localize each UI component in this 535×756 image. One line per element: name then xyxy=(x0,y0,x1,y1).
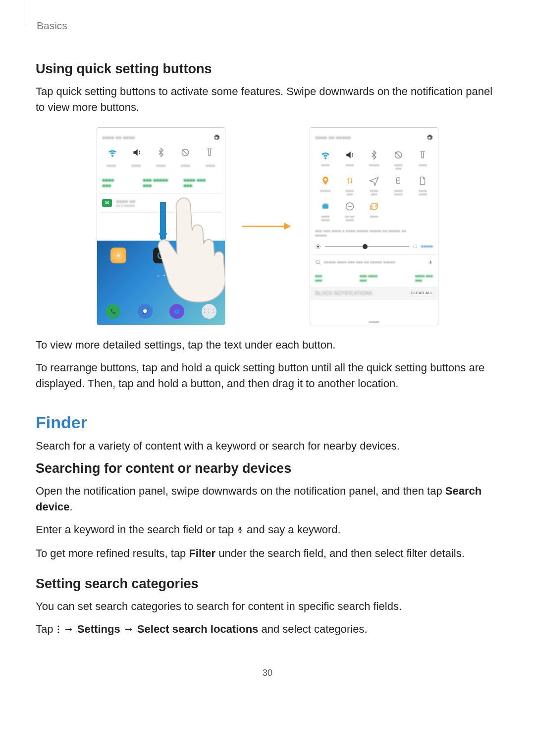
hotspot-icon xyxy=(411,175,435,186)
para-quick-intro: Tap quick setting buttons to activate so… xyxy=(36,84,499,115)
margin-rule xyxy=(24,0,24,27)
heading-categories: Setting search categories xyxy=(36,576,499,592)
clear-all-label: CLEAR ALL xyxy=(411,291,433,296)
mic-icon xyxy=(428,259,433,266)
bold-filter: Filter xyxy=(189,547,215,559)
svg-point-5 xyxy=(317,246,319,248)
heading-quick-settings: Using quick setting buttons xyxy=(36,61,499,77)
browser-app-icon: 🌐 xyxy=(169,304,184,319)
torch-icon xyxy=(205,148,214,157)
swipe-down-arrow-icon xyxy=(157,202,169,248)
para-finder-intro: Search for a variety of content with a k… xyxy=(36,438,499,454)
block-notifications-label: BLOCK NOTIFICATIONS xyxy=(315,291,372,296)
phone-app-icon: 📞 xyxy=(106,304,120,319)
location-icon xyxy=(313,175,337,186)
para-search-open: Open the notification panel, swipe downw… xyxy=(36,483,499,515)
para-detailed: To view more detailed settings, tap the … xyxy=(36,337,499,353)
gallery-app-icon: ★ xyxy=(110,248,126,263)
para-categories-intro: You can set search categories to search … xyxy=(36,599,499,614)
secure-folder-icon xyxy=(313,201,337,212)
svg-point-9 xyxy=(57,625,59,627)
text-fragment: To get more refined results, tap xyxy=(36,547,189,559)
text-fragment: and say a keyword. xyxy=(244,523,341,536)
svg-rect-3 xyxy=(322,204,328,208)
heading-searching: Searching for content or nearby devices xyxy=(36,461,499,476)
text-fragment: under the search field, and then select … xyxy=(215,547,465,559)
mic-icon xyxy=(237,523,244,539)
rotate-icon xyxy=(386,150,411,160)
text-fragment: Enter a keyword in the search field or t… xyxy=(36,523,237,536)
gear-icon xyxy=(426,134,433,141)
para-categories-path: Tap → Settings → Select search locations… xyxy=(36,621,499,638)
home-wallpaper: ★ ▶ ⌂ • 📞 💬 🌐 ⋮⋮⋮ xyxy=(97,241,225,325)
bold-select-locations: Select search locations xyxy=(137,623,259,635)
torch-icon xyxy=(411,150,435,160)
svg-rect-7 xyxy=(430,260,431,263)
svg-point-6 xyxy=(316,260,320,263)
para-search-keyword: Enter a keyword in the search field or t… xyxy=(36,522,499,539)
rotate-icon xyxy=(180,148,190,157)
dnd-icon xyxy=(337,201,362,212)
mobile-data-icon xyxy=(337,175,362,186)
text-fragment: Tap xyxy=(36,623,56,635)
para-search-filter: To get more refined results, tap Filter … xyxy=(36,546,499,561)
text-fragment: Open the notification panel, swipe downw… xyxy=(36,485,445,497)
gear-icon xyxy=(213,134,220,141)
arrow-separator: → xyxy=(120,623,137,635)
bluetooth-icon xyxy=(362,150,386,160)
bluetooth-icon xyxy=(156,148,166,157)
transition-arrow-icon xyxy=(240,221,295,232)
sound-icon xyxy=(337,150,362,160)
wifi-icon xyxy=(107,148,117,157)
brightness-slider: ☐■■■■■ xyxy=(310,242,438,254)
phone-before: ■■■■ ■■ ■■■■ ■■■■■■■■■■■■■■■■■■■■ ■■■■ ■… xyxy=(97,127,225,325)
arrow-separator: → xyxy=(60,623,77,635)
svg-rect-8 xyxy=(239,527,241,530)
airplane-icon xyxy=(362,175,386,186)
camera-app-icon xyxy=(153,248,169,263)
wifi-icon xyxy=(313,150,337,160)
panel-handle-icon xyxy=(369,321,379,323)
bold-settings: Settings xyxy=(77,623,120,635)
text-fragment: . xyxy=(70,501,73,513)
page-number: 30 xyxy=(36,668,499,678)
apps-drawer-icon: ⋮⋮⋮ xyxy=(202,304,216,319)
phone-after: ■■■■ ■■ ■■■■■ ■■■■■■■■■■■■■■■■■■■■■■■■ ■… xyxy=(310,127,438,325)
brightness-icon xyxy=(315,244,321,250)
messages-app-icon: 💬 xyxy=(138,304,153,319)
running-head: Basics xyxy=(37,20,499,32)
text-fragment: and select categories. xyxy=(258,623,367,635)
heading-finder: Finder xyxy=(36,413,499,432)
more-options-icon xyxy=(56,622,60,638)
figure-quick-settings: ■■■■ ■■ ■■■■ ■■■■■■■■■■■■■■■■■■■■ ■■■■ ■… xyxy=(36,127,499,325)
svg-point-11 xyxy=(57,631,59,633)
play-store-icon: ▶ xyxy=(196,248,212,263)
para-rearrange: To rearrange buttons, tap and hold a qui… xyxy=(36,360,499,392)
msg-badge-icon: ✉ xyxy=(102,199,112,207)
sound-icon xyxy=(132,148,142,157)
home-indicator-icon: ⌂ • xyxy=(97,273,225,278)
svg-point-10 xyxy=(57,628,59,630)
search-icon xyxy=(315,259,321,265)
power-saving-icon xyxy=(386,175,411,186)
sync-icon xyxy=(362,201,386,212)
